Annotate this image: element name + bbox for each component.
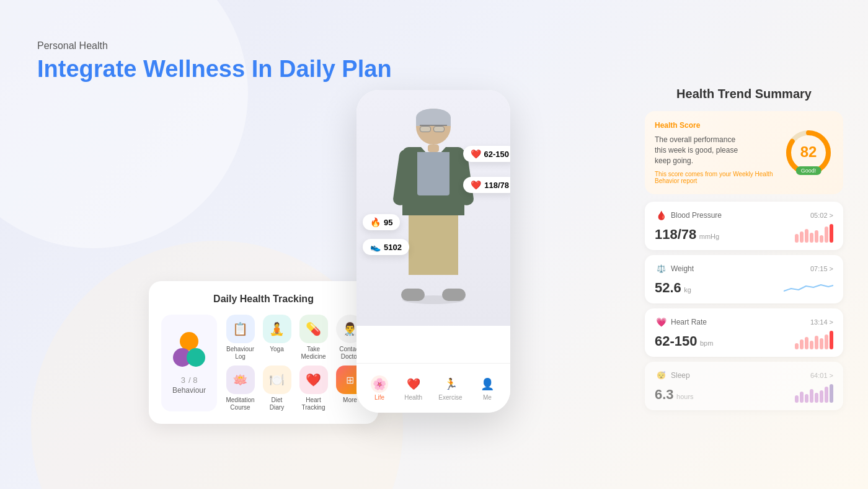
hr-name-group: 💗 Heart Rate bbox=[655, 316, 707, 328]
weight-time: 07:15 > bbox=[810, 265, 833, 272]
health-score-sub: This score comes from your Weekly Health… bbox=[655, 171, 784, 184]
hr-header: 💗 Heart Rate 13:14 > bbox=[655, 316, 833, 328]
phone-bottom-nav: 🌸 Life ❤️ Health 🏃 Exercise 👤 Me bbox=[356, 363, 510, 413]
trend-title: Health Trend Summary bbox=[645, 87, 843, 101]
badge-blood-pressure: ❤️ 62-150 bbox=[463, 146, 510, 162]
hr-time: 13:14 > bbox=[810, 318, 833, 326]
hr-unit: bpm bbox=[700, 339, 713, 347]
phone-mockup: ❤️ 62-150 ❤️ 118/78 🔥 95 👟 5102 🌸 Life ❤… bbox=[356, 90, 510, 413]
menu-item-behaviour-log[interactable]: 📋 BehaviourLog bbox=[224, 315, 256, 361]
tracking-content: 3 / 8 Behaviour 📋 BehaviourLog 🧘 Yoga 💊 … bbox=[161, 315, 366, 411]
hr-name: Heart Rate bbox=[671, 318, 707, 326]
score-badge: Good! bbox=[796, 166, 822, 175]
bp-time: 05:02 > bbox=[810, 212, 833, 219]
bp-bottom: 118/78 mmHg bbox=[655, 224, 833, 243]
heart-tracking-icon: ❤️ bbox=[299, 366, 328, 394]
medicine-icon: 💊 bbox=[299, 315, 328, 343]
sleep-header: 😴 Sleep 64:01 > bbox=[655, 369, 833, 382]
weight-icon: ⚖️ bbox=[655, 262, 667, 275]
medicine-label: TakeMedicine bbox=[301, 346, 326, 361]
phone-avatar-area: ❤️ 62-150 ❤️ 118/78 🔥 95 👟 5102 bbox=[356, 90, 510, 326]
menu-item-diet[interactable]: 🍽️ DietDiary bbox=[261, 366, 293, 411]
weight-name: Weight bbox=[671, 264, 694, 273]
exercise-nav-label: Exercise bbox=[438, 394, 462, 401]
weight-header: ⚖️ Weight 07:15 > bbox=[655, 262, 833, 275]
weight-bottom: 52.6 kg bbox=[655, 277, 833, 296]
score-number: 82 bbox=[800, 143, 817, 161]
weight-unit: kg bbox=[684, 286, 691, 294]
menu-item-heart[interactable]: ❤️ HeartTracking bbox=[298, 366, 329, 411]
metric-blood-pressure[interactable]: 🩸 Blood Pressure 05:02 > 118/78 mmHg bbox=[645, 202, 843, 250]
meditation-label: MeditationCourse bbox=[226, 397, 254, 411]
bp-unit: mmHg bbox=[699, 233, 719, 240]
life-nav-label: Life bbox=[374, 394, 384, 401]
hr-value: 62-150 bbox=[655, 333, 698, 349]
behaviour-circles bbox=[172, 332, 206, 367]
behaviour-count: 3 / 8 bbox=[181, 373, 198, 386]
meditation-icon: 🪷 bbox=[226, 366, 255, 394]
bp-icon: 🩸 bbox=[655, 209, 667, 222]
hr-bottom: 62-150 bpm bbox=[655, 331, 833, 349]
menu-item-medicine[interactable]: 💊 TakeMedicine bbox=[298, 315, 329, 361]
sleep-bottom: 6.3 hours bbox=[655, 384, 833, 403]
exercise-nav-icon: 🏃 bbox=[442, 375, 459, 393]
hr-icon: 💗 bbox=[655, 316, 667, 328]
daily-tracking-card: Daily Health Tracking 3 / 8 Behaviour 📋 … bbox=[149, 281, 378, 424]
me-nav-label: Me bbox=[483, 394, 492, 401]
avatar-hair bbox=[416, 109, 451, 126]
sleep-name: Sleep bbox=[671, 371, 690, 380]
daily-tracking-title: Daily Health Tracking bbox=[161, 294, 366, 305]
weight-chart bbox=[784, 277, 833, 296]
diet-label: DietDiary bbox=[270, 397, 284, 411]
weight-value: 52.6 bbox=[655, 280, 681, 295]
avatar-left-foot bbox=[401, 289, 425, 301]
health-score-card: Health Score The overall performance thi… bbox=[645, 111, 843, 194]
page-title: Integrate Wellness In Daily Plan bbox=[37, 55, 392, 84]
menu-grid: 📋 BehaviourLog 🧘 Yoga 💊 TakeMedicine 👨‍⚕… bbox=[224, 315, 366, 411]
bp-chart bbox=[795, 224, 833, 243]
avatar-neck bbox=[428, 145, 439, 152]
health-nav-icon: ❤️ bbox=[405, 375, 422, 393]
avatar-head bbox=[416, 109, 451, 145]
yoga-icon: 🧘 bbox=[263, 315, 291, 343]
menu-item-yoga[interactable]: 🧘 Yoga bbox=[261, 315, 293, 361]
yoga-label: Yoga bbox=[270, 346, 283, 353]
left-section: Personal Health Integrate Wellness In Da… bbox=[37, 40, 392, 84]
bg-circle-1 bbox=[0, 0, 248, 248]
menu-item-meditation[interactable]: 🪷 MeditationCourse bbox=[224, 366, 256, 411]
sleep-chart bbox=[795, 384, 833, 403]
sleep-time: 64:01 > bbox=[810, 372, 833, 379]
avatar-shirt bbox=[417, 152, 450, 195]
nav-me[interactable]: 👤 Me bbox=[479, 375, 496, 401]
metric-sleep[interactable]: 😴 Sleep 64:01 > 6.3 hours bbox=[645, 362, 843, 410]
badge-calories: 🔥 95 bbox=[363, 214, 400, 230]
metric-heart-rate[interactable]: 💗 Heart Rate 13:14 > 62-150 bpm bbox=[645, 308, 843, 357]
health-score-label: Health Score bbox=[655, 121, 784, 130]
avatar-pants bbox=[409, 213, 458, 275]
bp-name-group: 🩸 Blood Pressure bbox=[655, 209, 722, 222]
me-nav-icon: 👤 bbox=[479, 375, 496, 393]
health-score-description: The overall performance this week is goo… bbox=[655, 135, 742, 166]
behaviour-widget[interactable]: 3 / 8 Behaviour bbox=[161, 315, 217, 411]
weight-name-group: ⚖️ Weight bbox=[655, 262, 694, 275]
subtitle-label: Personal Health bbox=[37, 40, 392, 52]
more-label: More bbox=[343, 397, 357, 404]
diet-icon: 🍽️ bbox=[263, 366, 291, 394]
score-circle: 82 Good! bbox=[784, 128, 833, 177]
bp-name: Blood Pressure bbox=[671, 211, 722, 220]
sleep-icon: 😴 bbox=[655, 369, 667, 382]
avatar-figure bbox=[390, 102, 477, 313]
behaviour-label: Behaviour bbox=[172, 386, 206, 395]
heart-tracking-label: HeartTracking bbox=[302, 397, 326, 411]
bp-value: 118/78 bbox=[655, 227, 696, 242]
behaviour-log-label: BehaviourLog bbox=[226, 346, 254, 361]
nav-exercise[interactable]: 🏃 Exercise bbox=[438, 375, 462, 401]
metric-weight[interactable]: ⚖️ Weight 07:15 > 52.6 kg bbox=[645, 255, 843, 303]
health-nav-label: Health bbox=[404, 394, 422, 401]
health-score-left: Health Score The overall performance thi… bbox=[655, 121, 784, 184]
avatar-glasses bbox=[420, 125, 447, 131]
sleep-unit: hours bbox=[676, 393, 694, 400]
nav-health[interactable]: ❤️ Health bbox=[404, 375, 422, 401]
life-nav-icon: 🌸 bbox=[371, 375, 388, 393]
nav-life[interactable]: 🌸 Life bbox=[371, 375, 388, 401]
